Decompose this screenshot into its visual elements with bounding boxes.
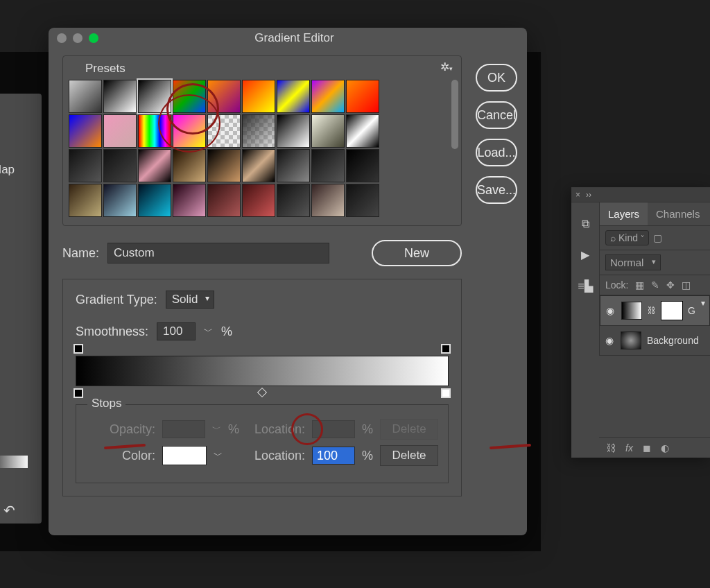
visibility-icon[interactable]: ◉: [604, 335, 615, 346]
dialog-titlebar[interactable]: Gradient Editor: [49, 28, 527, 49]
preset-swatch[interactable]: [138, 80, 171, 113]
preset-swatch[interactable]: [277, 80, 310, 113]
preset-swatch[interactable]: [242, 149, 275, 182]
delete-color-stop-button[interactable]: Delete: [380, 445, 438, 466]
preset-swatch[interactable]: [242, 184, 275, 217]
preset-swatch[interactable]: [138, 149, 171, 182]
midpoint-handle[interactable]: [257, 388, 267, 397]
preset-swatch[interactable]: [242, 114, 275, 148]
preset-swatch[interactable]: [69, 149, 102, 182]
opacity-stop-right[interactable]: [441, 344, 451, 354]
cancel-button[interactable]: Cancel: [476, 101, 517, 129]
close-icon[interactable]: [57, 33, 67, 43]
name-input[interactable]: [107, 243, 329, 263]
opacity-label: Opacity:: [86, 422, 155, 437]
visibility-icon[interactable]: ◉: [605, 305, 616, 316]
preset-scrollbar[interactable]: [451, 80, 458, 149]
link-icon[interactable]: ⛓: [648, 306, 656, 315]
preset-grid: [69, 80, 456, 217]
tab-channels[interactable]: Channels: [648, 202, 708, 225]
preset-swatch[interactable]: [277, 184, 310, 217]
mask-thumbnail[interactable]: [661, 302, 682, 320]
adjustment-icon[interactable]: ◐: [661, 442, 669, 453]
preset-swatch[interactable]: [69, 184, 102, 217]
preset-swatch[interactable]: [207, 149, 241, 182]
blend-mode-select[interactable]: Normal: [605, 254, 661, 270]
layer-filter-select[interactable]: ⌕Kind ˅: [605, 230, 649, 245]
preset-swatch[interactable]: [103, 149, 137, 182]
layer-name[interactable]: Background: [647, 335, 699, 346]
play-icon[interactable]: ▶: [581, 248, 589, 261]
preset-swatch[interactable]: [207, 184, 241, 217]
preset-swatch[interactable]: [311, 114, 345, 148]
preset-swatch[interactable]: [173, 80, 206, 113]
preset-swatch[interactable]: [69, 80, 102, 113]
gradient-bar[interactable]: [76, 356, 449, 386]
search-icon: ⌕: [610, 232, 616, 243]
preset-swatch[interactable]: [138, 114, 171, 148]
preset-swatch[interactable]: [103, 114, 137, 148]
close-icon[interactable]: ×: [575, 190, 580, 200]
lock-position-icon[interactable]: ✥: [666, 279, 675, 291]
lock-pixels-icon[interactable]: ▦: [635, 279, 644, 291]
gradient-type-label: Gradient Type:: [76, 293, 157, 307]
layer-row[interactable]: ◉ ⛓ G: [600, 295, 710, 326]
preset-swatch[interactable]: [311, 80, 345, 113]
new-button[interactable]: New: [372, 240, 462, 266]
chevron-down-icon[interactable]: ﹀: [204, 325, 213, 338]
panel-header[interactable]: × ››: [571, 187, 710, 202]
gradient-preview-strip[interactable]: [0, 456, 28, 468]
chevron-down-icon[interactable]: ﹀: [214, 449, 223, 462]
color-stop-left[interactable]: [73, 388, 83, 398]
color-swatch[interactable]: [162, 446, 207, 465]
link-layers-icon[interactable]: ⛓: [606, 442, 616, 453]
stops-section: Stops Opacity: ﹀ % Location: % Delete Co…: [76, 404, 449, 483]
save-button[interactable]: Save...: [476, 176, 517, 204]
load-button[interactable]: Load...: [476, 139, 517, 166]
preset-swatch[interactable]: [346, 114, 379, 148]
opacity-location-input: [312, 420, 355, 438]
ok-button[interactable]: OK: [476, 64, 517, 92]
preset-swatch[interactable]: [173, 149, 206, 182]
undo-icon[interactable]: ↶: [3, 502, 15, 519]
delete-opacity-stop-button: Delete: [380, 419, 438, 440]
layer-name[interactable]: G: [688, 305, 695, 316]
gradient-type-select[interactable]: Solid: [166, 291, 214, 309]
preset-swatch[interactable]: [311, 184, 345, 217]
preset-swatch[interactable]: [311, 149, 345, 182]
smoothness-input[interactable]: [157, 322, 196, 340]
opacity-stop-left[interactable]: [73, 344, 83, 354]
expand-icon[interactable]: ››: [586, 190, 591, 200]
panel-footer: ⛓ fx ◼ ◐: [599, 437, 710, 458]
fx-icon[interactable]: fx: [625, 442, 633, 453]
stamp-icon[interactable]: ≡▙: [578, 279, 592, 293]
preset-swatch[interactable]: [346, 80, 379, 113]
lock-artboard-icon[interactable]: ◫: [682, 279, 691, 291]
color-stop-right[interactable]: [441, 388, 451, 398]
layer-thumbnail[interactable]: [621, 331, 641, 349]
layer-thumbnail[interactable]: [621, 302, 642, 320]
tab-layers[interactable]: Layers: [600, 202, 648, 225]
preset-swatch[interactable]: [69, 114, 102, 148]
mask-icon[interactable]: ◼: [643, 442, 651, 453]
preset-swatch[interactable]: [207, 114, 241, 148]
preset-swatch[interactable]: [277, 114, 310, 148]
preset-swatch[interactable]: [173, 184, 206, 217]
preset-swatch[interactable]: [173, 114, 206, 148]
preset-swatch[interactable]: [277, 149, 310, 182]
image-filter-icon[interactable]: ▢: [653, 232, 662, 243]
preset-swatch[interactable]: [138, 184, 171, 217]
preset-swatch[interactable]: [103, 80, 137, 113]
gear-icon[interactable]: ✲▾: [440, 60, 453, 74]
history-icon[interactable]: ⧉: [582, 218, 589, 230]
preset-swatch[interactable]: [346, 149, 379, 182]
layer-row[interactable]: ◉ Background: [600, 326, 710, 356]
location-label: Location:: [246, 449, 305, 463]
preset-swatch[interactable]: [207, 80, 241, 113]
preset-swatch[interactable]: [346, 184, 379, 217]
preset-swatch[interactable]: [103, 184, 137, 217]
color-location-input[interactable]: [312, 447, 355, 465]
preset-swatch[interactable]: [242, 80, 275, 113]
lock-brush-icon[interactable]: ✎: [651, 279, 659, 291]
gradient-map-item[interactable]: Map: [0, 163, 42, 177]
